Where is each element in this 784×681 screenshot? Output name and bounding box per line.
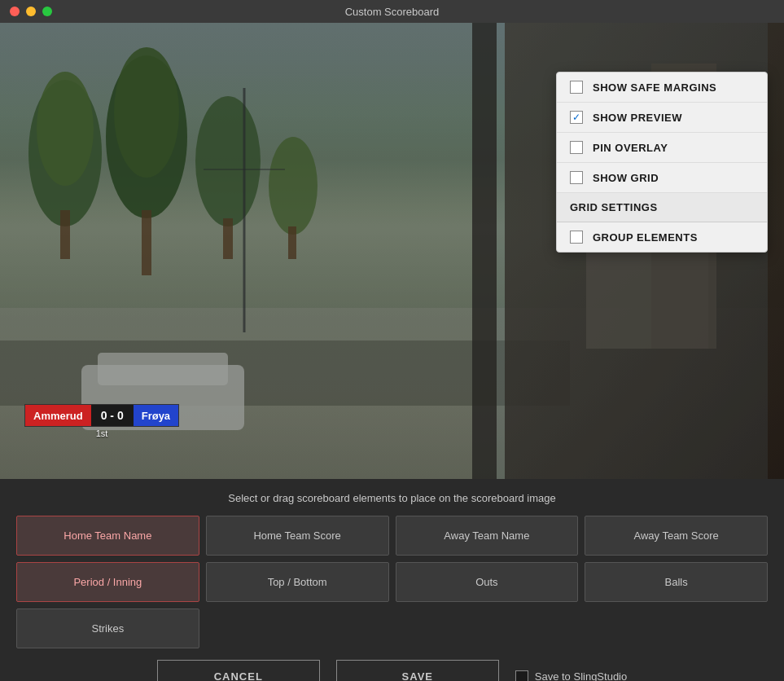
period-label: 1st [96,428,108,438]
menu-item-show-grid[interactable]: SHOW GRID [557,163,767,193]
title-bar: Custom Scoreboard [0,0,784,23]
show-grid-checkbox[interactable] [570,171,583,184]
score-label: 0 - 0 [91,405,134,426]
menu-item-show-safe-margins[interactable]: SHOW SAFE MARGINS [557,72,767,103]
menu-item-pin-overlay[interactable]: PIN OVERLAY [557,133,767,163]
away-team-label: Frøya [134,405,178,426]
action-row: CANCEL SAVE Save to SlingStudio [16,660,768,681]
window-title: Custom Scoreboard [345,6,440,18]
show-safe-margins-label: SHOW SAFE MARGINS [593,81,716,94]
cancel-button[interactable]: CANCEL [157,660,320,681]
strikes-button[interactable]: Strikes [16,609,199,648]
dropdown-menu: SHOW SAFE MARGINS ✓ SHOW PREVIEW PIN OVE… [556,72,768,253]
sling-checkbox[interactable] [515,670,528,682]
period-inning-button[interactable]: Period / Inning [16,562,199,602]
maximize-button[interactable] [42,7,52,16]
instruction-text: Select or drag scoreboard elements to pl… [16,492,768,504]
preview-area: Ammerud 0 - 0 Frøya 1st SHOW SAFE MARGIN… [0,23,784,479]
balls-button[interactable]: Balls [585,562,768,602]
top-bottom-button[interactable]: Top / Bottom [206,562,389,602]
pin-overlay-label: PIN OVERLAY [593,142,668,154]
scoreboard-preview: Ammerud 0 - 0 Frøya 1st [24,404,179,438]
show-preview-checkbox[interactable]: ✓ [570,111,583,124]
away-team-name-button[interactable]: Away Team Name [396,516,579,556]
show-safe-margins-checkbox[interactable] [570,81,583,94]
sling-label: Save to SlingStudio [535,670,627,681]
minimize-button[interactable] [26,7,36,16]
save-button[interactable]: SAVE [336,660,499,681]
away-team-score-button[interactable]: Away Team Score [585,516,768,556]
outs-button[interactable]: Outs [396,562,579,602]
home-team-score-button[interactable]: Home Team Score [206,516,389,556]
home-team-label: Ammerud [25,405,91,426]
menu-item-group-elements[interactable]: GROUP ELEMENTS [557,222,767,252]
home-team-name-button[interactable]: Home Team Name [16,516,199,556]
save-to-slingstudio[interactable]: Save to SlingStudio [515,670,627,682]
pin-overlay-checkbox[interactable] [570,141,583,154]
grid-settings-header: GRID SETTINGS [557,193,767,222]
bottom-panel: Select or drag scoreboard elements to pl… [0,479,784,681]
show-grid-label: SHOW GRID [593,172,659,184]
elements-grid: Home Team Name Home Team Score Away Team… [16,516,768,648]
close-button[interactable] [10,7,20,16]
window-controls [10,7,52,16]
group-elements-label: GROUP ELEMENTS [593,231,698,244]
show-preview-label: SHOW PREVIEW [593,112,682,124]
menu-item-show-preview[interactable]: ✓ SHOW PREVIEW [557,103,767,133]
scoreboard-bar: Ammerud 0 - 0 Frøya [24,404,179,427]
group-elements-checkbox[interactable] [570,231,583,244]
